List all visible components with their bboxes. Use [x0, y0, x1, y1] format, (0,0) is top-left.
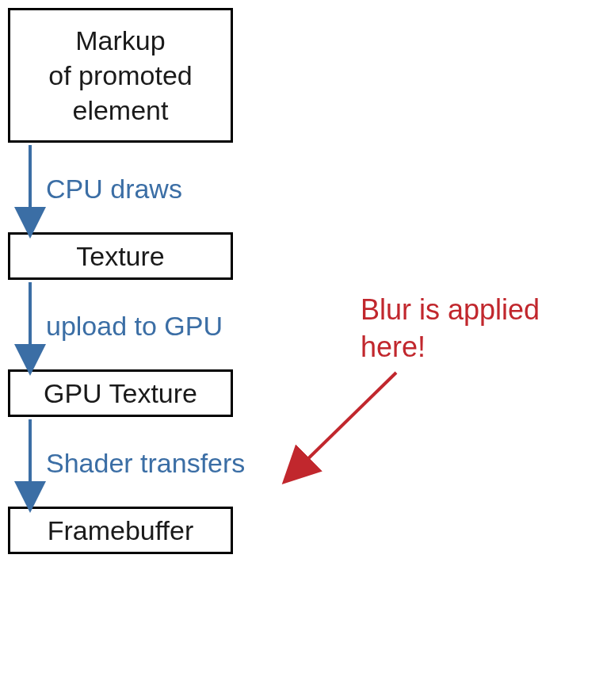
box-markup: Markup of promoted element	[8, 8, 233, 143]
box-texture: Texture	[8, 232, 233, 280]
arrow-annotation	[293, 373, 396, 473]
box-gpu-texture: GPU Texture	[8, 369, 233, 417]
box-framebuffer: Framebuffer	[8, 507, 233, 554]
annotation-blur: Blur is applied here!	[361, 292, 540, 366]
label-shader-transfers: Shader transfers	[46, 447, 245, 480]
label-cpu-draws: CPU draws	[46, 173, 182, 205]
label-upload-gpu: upload to GPU	[46, 310, 223, 342]
